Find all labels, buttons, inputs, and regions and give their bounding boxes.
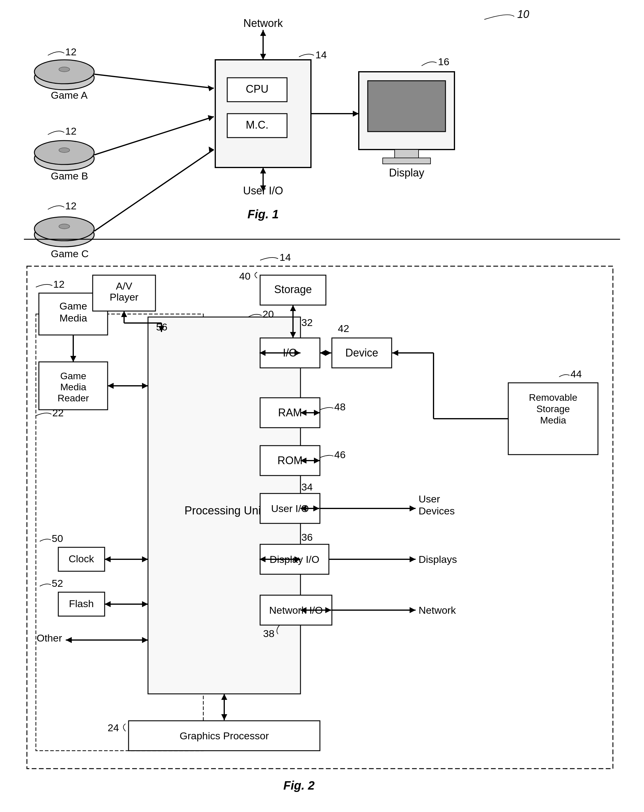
ref46-fig2: 46 (334, 449, 346, 460)
svg-marker-99 (410, 607, 416, 613)
clock-label: Clock (69, 553, 94, 564)
svg-marker-24 (208, 115, 214, 121)
fig2-title: Fig. 2 (283, 779, 315, 792)
gameB-label: Game B (51, 170, 88, 182)
user-devices-label1: User (419, 493, 440, 505)
removable-storage-label2: Storage (536, 403, 570, 414)
ref34-fig2: 34 (301, 481, 313, 493)
svg-marker-50 (142, 637, 148, 643)
ref12b: 12 (65, 125, 76, 137)
displays-label: Displays (419, 554, 457, 565)
ref12c: 12 (65, 200, 76, 211)
network-label-fig2: Network (419, 604, 456, 616)
ref44-fig2: 44 (571, 368, 582, 380)
svg-marker-93 (410, 556, 416, 562)
ref12a: 12 (65, 46, 76, 57)
ref16-fig1: 16 (438, 56, 449, 67)
svg-line-25 (94, 150, 214, 231)
svg-marker-39 (142, 383, 148, 389)
ref24-fig2: 24 (108, 722, 119, 733)
mc-label-fig1: M.C. (246, 119, 268, 131)
svg-marker-72 (320, 350, 326, 356)
user-devices-label2: Devices (419, 505, 455, 516)
gameC-label: Game C (51, 248, 89, 259)
svg-marker-49 (66, 637, 72, 643)
svg-rect-11 (383, 158, 431, 164)
ref48-fig2: 48 (334, 401, 346, 412)
svg-marker-22 (208, 85, 214, 91)
processing-unit-label: Processing Unit (184, 504, 264, 517)
game-media-reader-label2: Media (60, 382, 86, 392)
graphics-processor-label: Graphics Processor (180, 730, 269, 742)
game-media-reader-label3: Reader (58, 393, 89, 403)
ref36-fig2: 36 (301, 531, 313, 543)
removable-storage-label1: Removable (529, 392, 577, 403)
ref20-fig2: 20 (262, 308, 274, 320)
svg-marker-73 (325, 350, 331, 356)
avplayer-label1: A/V (116, 280, 132, 292)
cpu-label-fig1: CPU (246, 83, 268, 95)
svg-point-20 (59, 224, 70, 229)
ref14-fig1: 14 (315, 49, 327, 60)
fig1-title: Fig. 1 (248, 208, 279, 221)
ram-label: RAM (278, 406, 302, 419)
game-media-label2: Media (59, 312, 87, 324)
svg-marker-104 (392, 350, 398, 356)
svg-marker-35 (70, 356, 76, 362)
avplayer-label2: Player (110, 291, 139, 303)
ref40-fig2: 40 (239, 270, 251, 282)
network-label-fig1: Network (244, 17, 283, 29)
svg-marker-87 (410, 505, 416, 511)
page: 10 Network 14 CPU M.C. 16 Display (0, 0, 644, 812)
svg-marker-38 (108, 383, 114, 389)
ref38-fig2: 38 (263, 628, 274, 639)
svg-line-21 (94, 74, 214, 88)
svg-marker-42 (105, 556, 111, 562)
svg-marker-47 (142, 601, 148, 607)
ref50-fig2: 50 (52, 533, 63, 544)
ref32-fig2: 32 (301, 317, 313, 328)
svg-point-14 (59, 67, 70, 72)
ref10-label: 10 (517, 8, 529, 20)
svg-marker-1 (260, 30, 266, 36)
device-label: Device (345, 346, 378, 359)
svg-marker-46 (105, 601, 111, 607)
svg-line-23 (94, 117, 214, 155)
other-label: Other (37, 632, 62, 644)
svg-marker-28 (260, 168, 266, 174)
game-media-reader-label1: Game (60, 371, 86, 381)
svg-point-17 (59, 148, 70, 153)
svg-marker-60 (221, 694, 227, 700)
ref12-fig2: 12 (53, 278, 65, 290)
svg-marker-2 (260, 54, 266, 60)
svg-rect-10 (395, 150, 419, 159)
svg-rect-9 (368, 81, 446, 131)
game-media-label: Game (59, 300, 87, 311)
svg-marker-56 (121, 311, 127, 317)
flash-label: Flash (69, 598, 94, 609)
svg-marker-64 (290, 305, 296, 311)
gameA-label: Game A (51, 89, 88, 101)
ref22-fig2: 22 (52, 407, 64, 418)
display-label-fig1: Display (389, 166, 424, 179)
svg-marker-7 (353, 111, 359, 117)
ref52-fig2: 52 (52, 577, 63, 589)
ref14-fig2: 14 (280, 252, 291, 263)
svg-marker-43 (142, 556, 148, 562)
svg-marker-61 (221, 714, 227, 720)
ref42-fig2: 42 (338, 323, 349, 334)
rom-label: ROM (277, 454, 303, 467)
storage-label: Storage (274, 283, 312, 296)
removable-storage-label3: Media (540, 415, 566, 426)
